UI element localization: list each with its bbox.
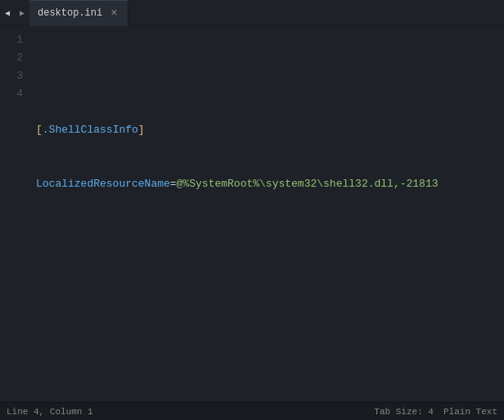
tab-size[interactable]: Tab Size: 4 — [374, 407, 434, 417]
right-arrow-icon: ▶ — [20, 8, 25, 18]
tab-nav-left[interactable]: ◀ — [0, 0, 15, 26]
tab-bar: ◀ ▶ desktop.ini × — [0, 0, 504, 26]
cursor-position: Line 4, Column 1 — [7, 407, 93, 417]
editor-container: 1 2 3 4 [.ShellClassInfo] LocalizedResou… — [0, 26, 504, 402]
key-name: LocalizedResourceName — [36, 178, 170, 190]
status-left: Line 4, Column 1 — [7, 407, 93, 417]
tab-nav-right[interactable]: ▶ — [15, 0, 29, 26]
code-line-1 — [36, 67, 497, 85]
syntax-label[interactable]: Plain Text — [443, 407, 497, 417]
left-arrow-icon: ◀ — [5, 8, 10, 18]
code-line-3: LocalizedResourceName=@%SystemRoot%\syst… — [36, 175, 497, 193]
tab-filename: desktop.ini — [38, 7, 102, 19]
code-line-2: [.ShellClassInfo] — [36, 121, 497, 139]
editor-text-area[interactable]: [.ShellClassInfo] LocalizedResourceName=… — [29, 26, 504, 402]
equals-sign: = — [170, 178, 177, 190]
section-name: .ShellClassInfo — [43, 124, 138, 136]
line-number-4 — [3, 103, 23, 121]
bracket-open: [ — [36, 124, 43, 136]
bracket-close: ] — [138, 124, 145, 136]
code-line-4 — [36, 229, 497, 247]
tab-desktop-ini[interactable]: desktop.ini × — [29, 0, 128, 26]
line-number-3: 3 — [3, 67, 23, 85]
key-value: @%SystemRoot%\system32\shell32.dll,-2181… — [177, 178, 439, 190]
line-numbers: 1 2 3 4 — [0, 26, 29, 402]
line-number-2: 2 — [3, 49, 23, 67]
line-number-4: 4 — [3, 85, 23, 103]
status-bar: Line 4, Column 1 Tab Size: 4 Plain Text — [0, 402, 504, 420]
status-right: Tab Size: 4 Plain Text — [374, 407, 497, 417]
tab-close-button[interactable]: × — [109, 7, 119, 19]
line-number-1: 1 — [3, 31, 23, 49]
